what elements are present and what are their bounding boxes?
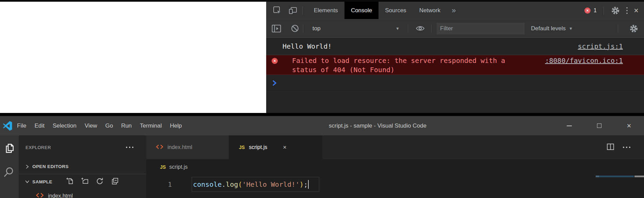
menu-run[interactable]: Run [117, 122, 136, 129]
file-item-label: index.html [48, 193, 73, 198]
inspect-element-icon[interactable] [273, 6, 282, 15]
menu-selection[interactable]: Selection [49, 122, 81, 129]
log-source-link[interactable]: script.js:1 [578, 42, 623, 50]
collapse-all-icon[interactable] [111, 177, 119, 186]
clear-console-icon[interactable] [291, 24, 299, 33]
search-icon[interactable] [4, 167, 15, 180]
error-line1: Failed to load resource: the server resp… [292, 56, 505, 65]
error-line2: status of 404 (Not Found) [292, 65, 505, 75]
vscode-logo-icon [3, 121, 12, 131]
folder-section[interactable]: SAMPLE [19, 174, 146, 189]
log-levels-value: Default levels [531, 25, 566, 32]
context-selector-value: top [312, 25, 321, 32]
error-source-link[interactable]: :8080/favicon.ico:1 [545, 56, 623, 65]
text-cursor [308, 180, 309, 189]
chevron-down-icon: ▼ [396, 26, 400, 31]
more-tabs-icon[interactable]: » [452, 6, 456, 15]
live-expression-eye-icon[interactable] [416, 25, 425, 32]
context-selector[interactable]: top ▼ [310, 25, 404, 32]
log-levels-dropdown[interactable]: Default levels ▼ [531, 25, 573, 32]
menu-terminal[interactable]: Terminal [136, 122, 166, 129]
explorer-sidebar: EXPLORER OPEN EDITORS SAMPLE [19, 135, 146, 198]
file-item-index-html[interactable]: index.html [19, 189, 146, 198]
window-title: script.js - sample - Visual Studio Code [329, 116, 426, 135]
console-settings-gear-icon[interactable] [629, 24, 639, 33]
explorer-more-actions-icon[interactable] [126, 147, 133, 148]
token-close-paren: ) [300, 180, 304, 188]
tab-elements[interactable]: Elements [307, 2, 344, 19]
console-prompt-row[interactable] [266, 75, 644, 92]
error-count: 1 [594, 7, 597, 14]
current-line: console.log('Hello World!'); [192, 177, 319, 192]
token-semicolon: ; [304, 180, 308, 188]
folder-label: SAMPLE [32, 179, 52, 184]
explorer-files-icon[interactable] [4, 143, 15, 155]
token-console: console [193, 180, 222, 188]
breadcrumb[interactable]: JS script.js [146, 159, 644, 175]
minimap[interactable] [596, 176, 634, 177]
tab-network[interactable]: Network [413, 2, 447, 19]
error-badge-icon[interactable]: × [584, 7, 591, 14]
code-line-1: 1 console.log('Hello World!'); [146, 177, 644, 192]
close-icon: × [627, 122, 631, 130]
console-log-row: Hello World! script.js:1 [266, 38, 644, 55]
menu-edit[interactable]: Edit [30, 122, 48, 129]
token-open-paren: ( [238, 180, 242, 188]
minimize-button[interactable] [554, 116, 584, 135]
error-message: Failed to load resource: the server resp… [292, 56, 505, 75]
chevron-right-icon [25, 164, 30, 169]
breadcrumb-file: script.js [169, 164, 188, 170]
chevron-down-icon: ▼ [569, 26, 573, 31]
divider [303, 24, 303, 33]
explorer-title: EXPLORER [26, 145, 51, 150]
filter-input[interactable] [437, 23, 525, 34]
refresh-icon[interactable] [96, 177, 104, 186]
folder-actions [66, 177, 119, 186]
token-string: 'Hello World!' [242, 180, 300, 188]
screen: Elements Console Sources Network » × 1 × [0, 0, 644, 198]
split-editor-icon[interactable] [606, 143, 615, 152]
maximize-icon [597, 123, 601, 128]
close-button[interactable]: × [614, 116, 644, 135]
menu-go[interactable]: Go [101, 122, 117, 129]
menu-help[interactable]: Help [166, 122, 186, 129]
console-sidebar-toggle-icon[interactable] [272, 24, 281, 33]
tab-label: script.js [249, 144, 267, 150]
js-file-icon: JS [160, 164, 166, 170]
new-file-icon[interactable] [66, 177, 74, 186]
maximize-button[interactable] [584, 116, 614, 135]
token-log: log [226, 180, 238, 188]
minimize-icon [567, 126, 572, 126]
tab-console[interactable]: Console [344, 2, 379, 19]
menu-view[interactable]: View [81, 122, 101, 129]
new-folder-icon[interactable] [81, 177, 89, 186]
settings-gear-icon[interactable] [611, 6, 620, 15]
html-file-icon [156, 144, 163, 151]
tab-index-html[interactable]: index.html [146, 135, 229, 159]
vscode-body: EXPLORER OPEN EDITORS SAMPLE [0, 135, 644, 198]
tab-sources[interactable]: Sources [379, 2, 413, 19]
editor-group: index.html JS script.js × JS script.js [146, 135, 644, 198]
tab-script-js[interactable]: JS script.js × [229, 135, 322, 159]
menu-file[interactable]: File [13, 122, 30, 129]
editor-more-actions-icon[interactable] [623, 147, 630, 148]
divider [618, 24, 618, 33]
divider [431, 24, 432, 33]
console-error-row: × Failed to load resource: the server re… [266, 55, 644, 75]
activity-bar [0, 135, 19, 198]
open-editors-section[interactable]: OPEN EDITORS [19, 159, 146, 174]
devtools-panel: Elements Console Sources Network » × 1 × [266, 2, 644, 113]
devtools-tab-bar: Elements Console Sources Network » × 1 × [266, 2, 644, 19]
window-controls: × [554, 116, 644, 135]
devtools-close-icon[interactable]: × [634, 6, 639, 15]
code-editor[interactable]: 1 console.log('Hello World!'); [146, 175, 644, 198]
device-toolbar-icon[interactable] [289, 6, 297, 15]
divider [408, 24, 408, 33]
browser-viewport [0, 2, 266, 113]
browser-and-devtools: Elements Console Sources Network » × 1 × [0, 2, 644, 113]
divider [302, 6, 303, 15]
kebab-menu-icon[interactable] [626, 7, 628, 14]
html-file-icon [36, 193, 44, 198]
console-messages: Hello World! script.js:1 × Failed to loa… [266, 37, 644, 113]
tab-close-icon[interactable]: × [283, 144, 287, 151]
